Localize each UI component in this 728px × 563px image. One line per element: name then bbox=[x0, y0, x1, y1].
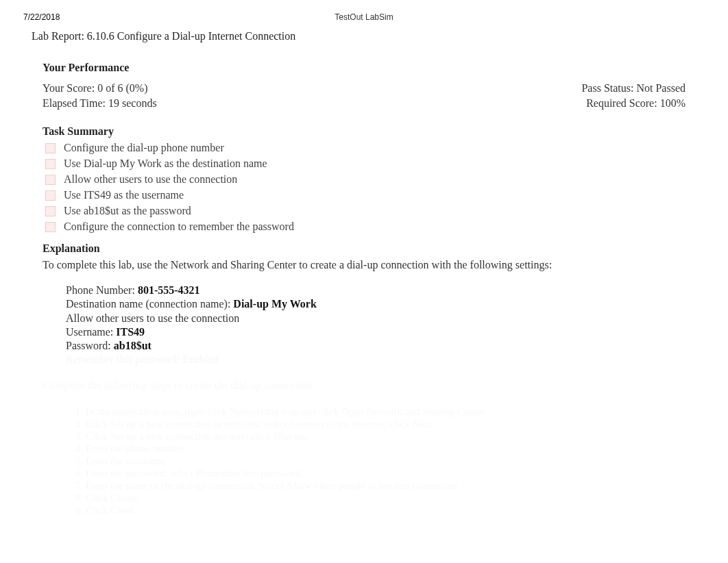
setting-label: Username: bbox=[66, 326, 116, 338]
setting-phone: Phone Number: 801-555-4321 bbox=[66, 284, 685, 297]
performance-row-1: Your Score: 0 of 6 (0%) Pass Status: Not… bbox=[43, 81, 685, 96]
setting-label: Destination name (connection name): bbox=[66, 298, 233, 310]
setting-value: 801-555-4321 bbox=[138, 284, 200, 296]
setting-label: Password: bbox=[66, 340, 114, 351]
task-text: Use ITS49 as the username bbox=[64, 189, 184, 201]
status-fail-icon bbox=[45, 175, 56, 185]
task-summary-heading: Task Summary bbox=[43, 125, 685, 138]
setting-allow: Allow other users to use the connection bbox=[66, 312, 685, 325]
setting-user: Username: ITS49 bbox=[66, 325, 685, 338]
performance-heading: Your Performance bbox=[43, 49, 685, 74]
explanation-heading: Explanation bbox=[43, 242, 685, 255]
explanation-intro: To complete this lab, use the Network an… bbox=[43, 259, 685, 271]
setting-pass: Password: ab18$ut bbox=[66, 339, 685, 352]
task-item: Configure the connection to remember the… bbox=[45, 221, 685, 233]
step-item: 7. Enter the name of the dial-up connect… bbox=[75, 479, 685, 492]
header-date: 7/22/2018 bbox=[23, 12, 60, 22]
setting-dest: Destination name (connection name): Dial… bbox=[66, 297, 685, 310]
status-fail-icon bbox=[45, 190, 56, 201]
steps-list-faded: 1. In the notification area, right-click… bbox=[75, 405, 685, 516]
step-item: 2. Click Set up a new connection or netw… bbox=[75, 418, 685, 430]
step-item: 5. Enter the username. bbox=[75, 455, 685, 467]
task-text: Configure the connection to remember the… bbox=[64, 221, 294, 233]
task-item: Use ITS49 as the username bbox=[45, 189, 685, 201]
pass-status: Pass Status: Not Passed bbox=[581, 81, 685, 96]
task-text: Use ab18$ut as the password bbox=[64, 205, 191, 217]
content-area: Your Performance Your Score: 0 of 6 (0%)… bbox=[0, 49, 728, 516]
setting-value: ITS49 bbox=[116, 326, 145, 338]
task-item: Use Dial-up My Work as the destination n… bbox=[45, 158, 685, 170]
score-label: Your Score: 0 of 6 (0%) bbox=[43, 81, 147, 96]
task-list: Configure the dial-up phone number Use D… bbox=[45, 142, 685, 233]
setting-remember-faded: Remember this password: Enabled bbox=[66, 353, 685, 366]
step-item: 6. Enter the password; select Remember t… bbox=[75, 467, 685, 479]
step-item: 3. Click Set up a new connection anyway;… bbox=[75, 430, 685, 442]
performance-row-2: Elapsed Time: 19 seconds Required Score:… bbox=[43, 96, 685, 111]
status-fail-icon bbox=[45, 206, 56, 216]
task-item: Allow other users to use the connection bbox=[45, 173, 685, 186]
step-item: 1. In the notification area, right-click… bbox=[75, 405, 685, 418]
steps-intro-faded: Complete the following steps to create t… bbox=[43, 379, 685, 392]
required-score: Required Score: 100% bbox=[586, 96, 685, 111]
setting-value: Dial-up My Work bbox=[233, 298, 317, 310]
task-text: Allow other users to use the connection bbox=[64, 173, 237, 186]
setting-value: ab18$ut bbox=[114, 340, 151, 351]
status-fail-icon bbox=[45, 222, 56, 232]
task-text: Use Dial-up My Work as the destination n… bbox=[64, 158, 267, 170]
setting-label: Phone Number: bbox=[66, 284, 138, 296]
task-item: Configure the dial-up phone number bbox=[45, 142, 685, 154]
task-text: Configure the dial-up phone number bbox=[64, 142, 224, 154]
header-app-title: TestOut LabSim bbox=[335, 12, 393, 22]
status-fail-icon bbox=[45, 159, 56, 169]
settings-list: Phone Number: 801-555-4321 Destination n… bbox=[66, 284, 685, 352]
status-fail-icon bbox=[45, 143, 56, 153]
task-item: Use ab18$ut as the password bbox=[45, 205, 685, 217]
report-title: Lab Report: 6.10.6 Configure a Dial-up I… bbox=[0, 22, 728, 49]
step-item: 4. Enter the phone number. bbox=[75, 442, 685, 455]
step-item: 9. Click Close. bbox=[75, 504, 685, 516]
step-item: 8. Click Create. bbox=[75, 492, 685, 504]
elapsed-time: Elapsed Time: 19 seconds bbox=[43, 96, 157, 111]
